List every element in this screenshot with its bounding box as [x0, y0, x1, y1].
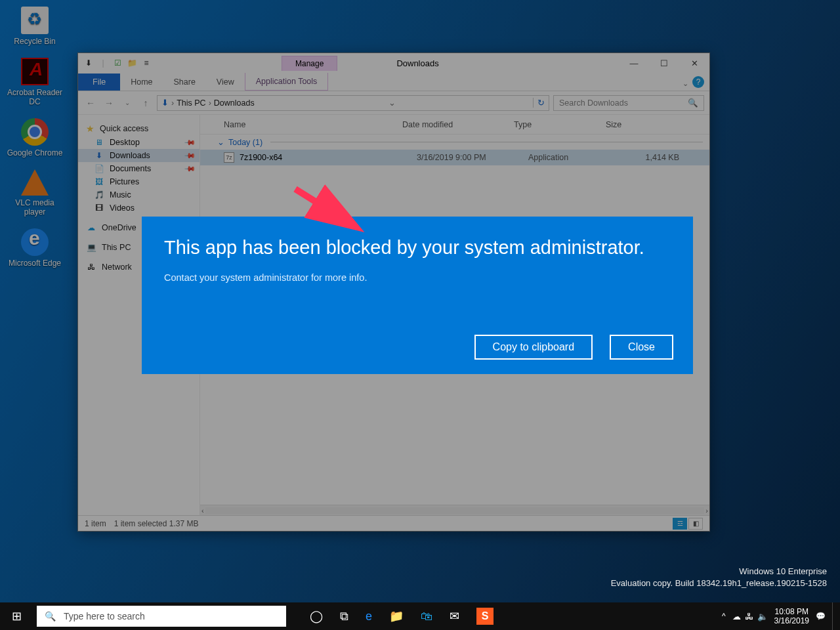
- desktop-icon-label: VLC media player: [5, 198, 64, 217]
- taskbar-edge-icon[interactable]: e: [366, 610, 372, 623]
- music-folder-icon: 🎵: [94, 190, 104, 200]
- file-type: Application: [528, 153, 620, 162]
- documents-folder-icon: 📄: [94, 164, 104, 173]
- desktop-icons: Recycle Bin Acrobat Reader DC Google Chr…: [5, 7, 64, 280]
- desktop-icon-chrome[interactable]: Google Chrome: [5, 118, 64, 158]
- copy-to-clipboard-button[interactable]: Copy to clipboard: [474, 335, 593, 360]
- chevron-right-icon: ›: [209, 98, 211, 108]
- help-icon[interactable]: ?: [692, 76, 704, 88]
- dialog-title: This app has been blocked by your system…: [164, 235, 671, 261]
- breadcrumb-folder[interactable]: Downloads: [214, 98, 255, 108]
- vlc-icon: [21, 169, 49, 196]
- onedrive-icon: ☁: [86, 223, 96, 232]
- maximize-button[interactable]: ☐: [649, 53, 679, 73]
- sidebar-item-music[interactable]: 🎵Music: [78, 188, 200, 201]
- tab-home[interactable]: Home: [120, 74, 163, 91]
- nav-recent-button[interactable]: ⌄: [120, 99, 135, 106]
- column-headers[interactable]: Name Date modified Type Size: [200, 115, 709, 135]
- expand-ribbon-icon[interactable]: ⌄: [682, 79, 688, 88]
- breadcrumb-dropdown-icon[interactable]: ⌄: [388, 98, 396, 108]
- sidebar-item-pictures[interactable]: 🖼Pictures: [78, 175, 200, 188]
- tab-view[interactable]: View: [206, 74, 245, 91]
- close-button[interactable]: ✕: [679, 53, 709, 73]
- status-selection: 1 item selected 1.37 MB: [114, 519, 199, 528]
- desktop-folder-icon: 🖥: [94, 138, 104, 147]
- task-view-icon[interactable]: ⧉: [340, 610, 348, 623]
- taskbar-explorer-icon[interactable]: 📁: [389, 609, 404, 623]
- column-modified[interactable]: Date modified: [397, 120, 509, 129]
- breadcrumb-root[interactable]: This PC: [177, 98, 205, 108]
- start-button[interactable]: ⊞: [0, 602, 33, 630]
- acrobat-icon: [21, 58, 49, 85]
- tab-share[interactable]: Share: [163, 74, 206, 91]
- tray-onedrive-icon[interactable]: ☁: [732, 612, 741, 621]
- downloads-folder-icon: ⬇: [94, 151, 104, 160]
- customize-qat-icon[interactable]: ≡: [141, 58, 152, 68]
- sidebar-item-videos[interactable]: 🎞Videos: [78, 201, 200, 215]
- divider-icon: |: [98, 58, 108, 68]
- exe-file-icon: 7z: [224, 152, 234, 163]
- desktop-icon-label: Recycle Bin: [5, 37, 64, 46]
- properties-icon[interactable]: ☑: [112, 58, 123, 68]
- new-folder-icon[interactable]: 📁: [127, 58, 137, 68]
- desktop-icon-label: Microsoft Edge: [5, 259, 64, 268]
- column-size[interactable]: Size: [600, 120, 666, 129]
- sidebar-item-desktop[interactable]: 🖥Desktop📌: [78, 136, 200, 149]
- view-large-button[interactable]: ◧: [688, 518, 703, 530]
- tab-application-tools[interactable]: Application Tools: [245, 73, 329, 91]
- desktop-icon-vlc[interactable]: VLC media player: [5, 169, 64, 217]
- column-name[interactable]: Name: [200, 120, 397, 129]
- search-icon: 🔍: [45, 611, 56, 621]
- search-input[interactable]: Search Downloads 🔍: [553, 95, 704, 111]
- action-center-icon[interactable]: 💬: [816, 612, 826, 621]
- scroll-left-icon[interactable]: ‹: [201, 507, 204, 514]
- taskbar-clock[interactable]: 10:08 PM 3/16/2019: [774, 607, 809, 626]
- sidebar-quick-access[interactable]: ★Quick access: [78, 121, 200, 136]
- nav-up-button[interactable]: ↑: [138, 98, 153, 108]
- ribbon-context-tab[interactable]: Manage: [282, 56, 337, 71]
- desktop-icon-edge[interactable]: Microsoft Edge: [5, 228, 64, 268]
- explorer-navbar: ← → ⌄ ↑ ⬇ › This PC › Downloads ⌄ ↻ Sear…: [78, 91, 709, 115]
- pin-icon: 📌: [183, 149, 196, 161]
- sidebar-item-downloads[interactable]: ⬇Downloads📌: [78, 149, 200, 162]
- videos-folder-icon: 🎞: [94, 203, 104, 213]
- pin-icon: 📌: [183, 162, 196, 175]
- nav-back-button[interactable]: ←: [83, 98, 98, 108]
- cortana-icon[interactable]: ◯: [310, 609, 323, 623]
- taskbar-mail-icon[interactable]: ✉: [450, 609, 459, 623]
- scroll-right-icon[interactable]: ›: [705, 507, 708, 514]
- taskbar-app-icon[interactable]: S: [476, 608, 494, 625]
- file-name: 7z1900-x64: [240, 153, 417, 162]
- pin-icon: 📌: [183, 136, 196, 148]
- refresh-icon[interactable]: ↻: [533, 98, 545, 108]
- breadcrumb[interactable]: ⬇ › This PC › Downloads ⌄ ↻: [157, 95, 549, 111]
- view-details-button[interactable]: ☲: [673, 518, 687, 530]
- sidebar-item-documents[interactable]: 📄Documents📌: [78, 162, 200, 175]
- desktop-watermark: Windows 10 Enterprise Evaluation copy. B…: [611, 566, 827, 589]
- taskbar-store-icon[interactable]: 🛍: [421, 610, 432, 623]
- desktop-icon-recycle-bin[interactable]: Recycle Bin: [5, 7, 64, 46]
- close-dialog-button[interactable]: Close: [610, 335, 673, 360]
- horizontal-scrollbar[interactable]: ‹ ›: [200, 505, 709, 515]
- downloads-path-icon: ⬇: [161, 98, 169, 108]
- status-item-count: 1 item: [85, 519, 106, 528]
- show-desktop-button[interactable]: [832, 602, 836, 630]
- file-group-header[interactable]: Today (1): [200, 135, 709, 150]
- minimize-button[interactable]: —: [619, 53, 649, 73]
- desktop-icon-acrobat[interactable]: Acrobat Reader DC: [5, 58, 64, 106]
- explorer-titlebar[interactable]: ⬇ | ☑ 📁 ≡ Manage Downloads — ☐ ✕: [78, 53, 709, 73]
- file-row[interactable]: 7z 7z1900-x64 3/16/2019 9:00 PM Applicat…: [200, 150, 709, 165]
- taskbar-search-input[interactable]: 🔍 Type here to search: [37, 606, 286, 627]
- tray-network-icon[interactable]: 🖧: [745, 612, 753, 621]
- network-icon: 🖧: [86, 262, 96, 272]
- tray-volume-icon[interactable]: 🔈: [757, 612, 768, 621]
- nav-forward-button[interactable]: →: [102, 98, 116, 108]
- quick-access-toolbar: ⬇ | ☑ 📁 ≡: [78, 58, 157, 68]
- desktop-icon-label: Google Chrome: [5, 148, 64, 158]
- tab-file[interactable]: File: [78, 74, 120, 91]
- column-type[interactable]: Type: [509, 120, 600, 129]
- tray-overflow-icon[interactable]: ^: [722, 612, 726, 621]
- window-title: Downloads: [396, 58, 438, 68]
- star-icon: ★: [86, 123, 94, 134]
- taskbar: ⊞ 🔍 Type here to search ◯ ⧉ e 📁 🛍 ✉ S ^ …: [0, 602, 840, 630]
